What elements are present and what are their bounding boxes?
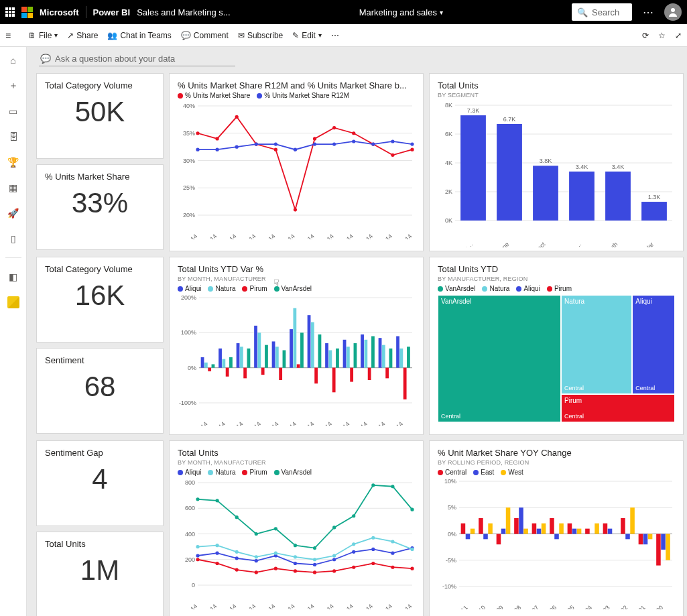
svg-rect-100 [257, 332, 261, 367]
legend-item: VanArsdel [438, 285, 475, 292]
legend-item: West [501, 469, 523, 476]
svg-rect-234 [501, 529, 506, 534]
svg-text:800: 800 [185, 479, 195, 486]
more-options-icon[interactable]: ⋯ [639, 3, 658, 21]
deployment-icon[interactable]: 🚀 [5, 205, 21, 221]
chart-title: Total Units YTD [438, 264, 675, 274]
svg-rect-131 [368, 368, 371, 380]
svg-rect-233 [497, 534, 501, 545]
svg-text:P-00: P-00 [651, 604, 665, 609]
svg-text:2K: 2K [445, 188, 452, 195]
favorite-icon[interactable]: ☆ [658, 31, 666, 40]
svg-rect-102 [265, 345, 268, 368]
svg-text:May-14: May-14 [257, 233, 276, 239]
chart-ytd-var[interactable]: Total Units YTD Var % BY MONTH, MANUFACT… [169, 257, 424, 435]
chart-yoy-change[interactable]: % Unit Market Share YOY Change BY ROLLIN… [429, 440, 684, 616]
nav-separator [5, 257, 21, 258]
treemap-cell[interactable]: AliquiCentral [632, 295, 675, 394]
kpi-total-category-volume-1[interactable]: Total Category Volume 50K [36, 73, 164, 159]
legend-label: West [508, 469, 523, 476]
kpi-total-units[interactable]: Total Units 1M [36, 532, 164, 616]
svg-point-37 [235, 145, 239, 149]
create-icon[interactable]: ＋ [5, 78, 21, 94]
chevron-down-icon: ▾ [318, 32, 322, 39]
browse-icon[interactable]: ▭ [5, 103, 21, 119]
legend-label: VanArsdel [445, 285, 475, 292]
metrics-icon[interactable]: 🏆 [5, 154, 21, 170]
treemap-cell[interactable]: VanArsdelCentral [438, 295, 561, 422]
chart-total-units-segment[interactable]: Total Units BY SEGMENT 0K2K4K6K8K7.3KPro… [429, 73, 684, 251]
svg-point-213 [410, 508, 414, 511]
svg-rect-90 [222, 359, 225, 368]
page-dropdown[interactable]: Marketing and sales ▾ [237, 7, 565, 17]
svg-rect-261 [621, 518, 625, 534]
chart-title: Total Units YTD Var % [178, 264, 415, 274]
svg-text:P-09: P-09 [491, 604, 505, 609]
share-button[interactable]: ↗Share [67, 31, 98, 40]
legend-item: % Units Market Share [178, 92, 250, 99]
legend-item: Natura [208, 285, 235, 292]
comment-button[interactable]: 💬Comment [181, 31, 229, 40]
my-workspace-icon[interactable] [5, 294, 21, 310]
chart-subtitle: BY ROLLING PERIOD, REGION [438, 459, 675, 466]
svg-text:7.3K: 7.3K [467, 107, 480, 114]
svg-text:Jul-14: Jul-14 [300, 233, 316, 239]
svg-point-184 [313, 558, 316, 561]
svg-text:P-11: P-11 [455, 604, 469, 609]
chart-market-share-line[interactable]: % Units Market Share R12M and % Units Ma… [169, 73, 424, 251]
more-toolbar-icon[interactable]: ⋯ [331, 31, 339, 40]
svg-point-0 [671, 8, 675, 12]
data-hub-icon[interactable]: 🗄 [5, 129, 21, 145]
chat-teams-button[interactable]: 👥Chat in Teams [107, 31, 171, 40]
apps-icon[interactable]: ▦ [5, 180, 21, 196]
svg-text:Oct-14: Oct-14 [351, 420, 369, 426]
treemap-cell[interactable]: NaturaCentral [561, 295, 632, 394]
search-input[interactable]: 🔍 Search [572, 3, 632, 21]
kpi-title: Total Category Volume [45, 80, 155, 90]
svg-rect-269 [656, 534, 661, 566]
nav-toggle-icon[interactable]: ≡ [5, 30, 19, 41]
kpi-total-category-volume-2[interactable]: Total Category Volume 16K [36, 257, 164, 343]
workspace-name[interactable]: Sales and Marketing s... [137, 7, 230, 17]
svg-point-182 [274, 552, 277, 555]
svg-rect-129 [361, 334, 364, 368]
chart-subtitle: BY MONTH, MANUFACTURER [178, 275, 415, 282]
svg-text:Apr-14: Apr-14 [240, 603, 257, 609]
svg-point-192 [235, 568, 239, 571]
home-icon[interactable]: ⌂ [5, 52, 21, 68]
svg-rect-142 [407, 347, 410, 367]
chart-ytd-treemap[interactable]: Total Units YTD BY MANUFACTURER, REGION … [429, 257, 684, 435]
svg-point-31 [352, 131, 355, 135]
app-launcher-icon[interactable] [5, 7, 15, 17]
svg-rect-120 [328, 351, 332, 368]
subscribe-button[interactable]: ✉Subscribe [238, 31, 283, 40]
legend-item: Pirum [242, 469, 267, 476]
svg-point-176 [391, 552, 394, 555]
kpi-sentiment-gap[interactable]: Sentiment Gap 4 [36, 440, 164, 526]
fullscreen-icon[interactable]: ⤢ [675, 31, 682, 40]
svg-point-29 [313, 137, 316, 140]
chart-subtitle: BY SEGMENT [438, 92, 675, 99]
mail-icon: ✉ [238, 31, 245, 40]
legend-item: East [473, 469, 494, 476]
learn-icon[interactable]: ▯ [5, 231, 21, 247]
workspaces-icon[interactable]: ◧ [5, 269, 21, 285]
chart-units-by-month[interactable]: Total Units BY MONTH, MANUFACTURER Aliqu… [169, 440, 424, 616]
treemap-cell[interactable]: PirumCentral [561, 394, 675, 422]
qna-input[interactable]: 💬 Ask a question about your data [39, 54, 235, 66]
kpi-sentiment[interactable]: Sentiment 68 [36, 348, 164, 434]
user-avatar[interactable] [664, 3, 682, 21]
svg-rect-137 [389, 349, 393, 368]
refresh-icon[interactable]: ⟳ [642, 31, 649, 40]
divider [86, 6, 86, 18]
kpi-units-market-share[interactable]: % Units Market Share 33% [36, 164, 164, 250]
tile-grid: Total Category Volume 50K % Units Market… [36, 73, 687, 616]
svg-rect-231 [488, 523, 493, 534]
chat-label: Chat in Teams [120, 31, 171, 40]
svg-text:P-03: P-03 [597, 604, 611, 609]
svg-text:P-07: P-07 [526, 604, 540, 609]
qna-prompt: Ask a question about your data [55, 54, 175, 64]
file-menu[interactable]: 🗎File▾ [28, 31, 58, 40]
svg-text:Apr-14: Apr-14 [240, 233, 257, 239]
edit-menu[interactable]: ✎Edit▾ [292, 31, 322, 40]
